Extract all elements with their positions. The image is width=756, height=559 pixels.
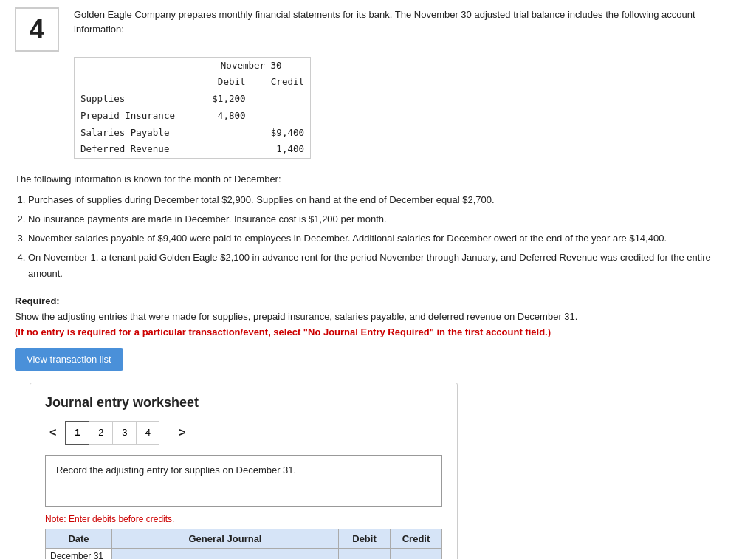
debit-input-1[interactable]	[339, 549, 390, 559]
question-intro: Golden Eagle Company prepares monthly fi…	[74, 9, 695, 35]
debit-column-header: Debit	[339, 529, 391, 548]
required-note: (If no entry is required for a particula…	[15, 326, 551, 337]
worksheet-title: Journal entry worksheet	[45, 395, 442, 411]
credit-input-cell-1[interactable]	[391, 548, 442, 559]
table-row: Supplies $1,200	[75, 91, 311, 108]
debit-col-header: Debit	[193, 74, 252, 91]
required-text: Show the adjusting entries that were mad…	[15, 311, 577, 322]
info-list: Purchases of supplies during December to…	[28, 192, 741, 282]
trial-balance-table: November 30 Debit Credit Supplies $1,200…	[74, 57, 311, 160]
worksheet-container: Journal entry worksheet < 1 2 3 4 > Reco…	[30, 383, 458, 559]
instruction-text: Record the adjusting entry for supplies …	[56, 464, 296, 476]
list-item: November salaries payable of $9,400 were…	[28, 230, 741, 247]
tab-1-button[interactable]: 1	[65, 421, 89, 445]
table-row: Deferred Revenue 1,400	[75, 141, 311, 158]
list-item: On November 1, a tenant paid Golden Eagl…	[28, 250, 741, 282]
table-row: Prepaid Insurance 4,800	[75, 108, 311, 125]
view-transaction-button[interactable]: View transaction list	[15, 348, 123, 371]
tab-4-button[interactable]: 4	[136, 421, 159, 445]
credit-column-header: Credit	[391, 529, 442, 548]
general-journal-column-header: General Journal	[112, 529, 339, 548]
table-row: December 31	[46, 548, 442, 559]
note-text: Note: Enter debits before credits.	[45, 514, 442, 524]
trial-balance-header: November 30	[193, 57, 311, 74]
list-item: Purchases of supplies during December to…	[28, 192, 741, 208]
debit-input-cell-1[interactable]	[339, 548, 391, 559]
tab-2-button[interactable]: 2	[89, 421, 112, 445]
list-item: No insurance payments are made in Decemb…	[28, 211, 741, 227]
journal-input-cell-1[interactable]	[112, 548, 339, 559]
table-row: Salaries Payable $9,400	[75, 125, 311, 142]
next-tab-button[interactable]: >	[174, 423, 190, 442]
question-number: 4	[15, 7, 59, 52]
following-info-label: The following information is known for t…	[15, 174, 741, 185]
credit-input-1[interactable]	[391, 549, 441, 559]
tab-3-button[interactable]: 3	[112, 421, 136, 445]
instruction-box: Record the adjusting entry for supplies …	[45, 455, 442, 507]
tab-navigation: < 1 2 3 4 >	[45, 421, 442, 445]
tab-group: 1 2 3 4	[65, 421, 159, 445]
required-label: Required:	[15, 295, 60, 306]
credit-col-header: Credit	[252, 74, 311, 91]
journal-input-1[interactable]	[112, 549, 338, 559]
journal-table: Date General Journal Debit Credit Decemb…	[45, 529, 442, 559]
date-cell-1: December 31	[46, 548, 112, 559]
date-column-header: Date	[46, 529, 112, 548]
prev-tab-button[interactable]: <	[45, 423, 61, 442]
